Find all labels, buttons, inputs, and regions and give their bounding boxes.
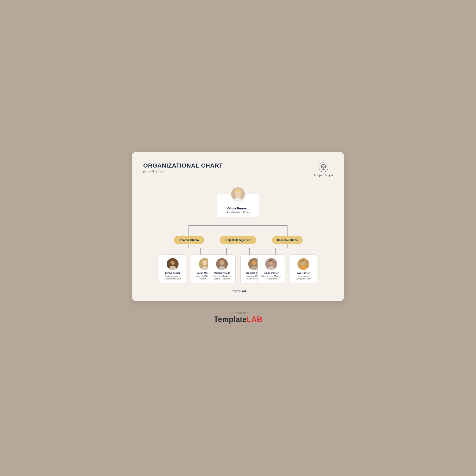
cr-staff: Emily Parker Client Services Manager for… [256,255,318,283]
ceo-avatar [231,187,245,202]
page-wrapper: ORGANIZATIONAL CHART for small business [132,152,344,324]
footer-templatelab: TemplateLAB [143,290,333,293]
svg-point-6 [239,194,239,195]
svg-point-36 [252,261,256,265]
company-name: EcoSpace Designs [314,174,333,177]
pm-staff-connector [215,244,261,255]
ceo-name: Olivia Bennett [225,206,251,210]
dept-project-management: Project Management [220,236,256,244]
chart-title: ORGANIZATIONAL CHART [143,162,223,169]
project-management-column: Project Management [213,236,263,283]
alex-name: Alex Reynolds [211,272,233,274]
created-by-label: CREATED BY [214,312,262,314]
staff-alex-reynolds: Alex Reynolds Project Coordinator for Se… [208,255,236,283]
templatelab-brand: Template LAB [214,315,262,324]
creative-studio-column: Creative Studio [164,236,213,283]
dept-client-relations: Client Relations [272,236,303,244]
svg-point-7 [235,198,242,201]
org-chart-card: ORGANIZATIONAL CHART for small business [132,152,344,301]
client-relations-column: Client Relations [263,236,312,283]
emily-avatar [265,258,277,270]
created-by-section: CREATED BY Template LAB [214,312,262,324]
alex-title: Project Coordinator for Seamless Executi… [211,275,233,280]
staff-emily-parker: Emily Parker Client Services Manager for… [257,255,285,283]
brand-lab-text: LAB [247,315,262,324]
ecospace-logo-icon [318,162,329,172]
svg-point-24 [203,261,207,265]
org-chart: Olivia Bennett CEO of EcoSpace Designs [143,185,333,283]
ceo-node: Olivia Bennett CEO of EcoSpace Designs [217,194,259,217]
company-logo-area: EcoSpace Designs [314,162,333,177]
footer-lab-bold: LAB [240,290,246,293]
emily-name: Emily Parker [261,272,282,274]
ava-name: Ava Turner [293,272,314,274]
cr-staff-connector [264,244,311,255]
ethan-title: Design Manager for Aesthetic Innovation [162,275,183,280]
departments-row: Creative Studio [164,236,312,283]
brand-template-text: Template [214,315,246,324]
svg-point-5 [237,194,238,195]
header-left: ORGANIZATIONAL CHART for small business [143,162,223,173]
creative-studio-staff-connector [165,244,212,255]
ava-title: Client Comms Satisfaction Expert [293,275,314,280]
dept-creative-studio: Creative Studio [174,236,204,244]
ceo-node-inner: Olivia Bennett CEO of EcoSpace Designs [225,206,251,213]
svg-point-32 [220,261,224,265]
ava-avatar [297,258,309,270]
staff-ethan-turner: Ethan Turner Design Manager for Aestheti… [159,255,186,283]
ethan-name: Ethan Turner [162,272,183,274]
alex-avatar [216,258,228,270]
ceo-row: Olivia Bennett CEO of EcoSpace Designs [217,194,259,217]
chart-subtitle: for small business [143,170,223,173]
svg-point-48 [301,261,306,265]
staff-ava-turner: Ava Turner Client Comms Satisfaction Exp… [290,255,317,283]
card-header: ORGANIZATIONAL CHART for small business [143,162,333,177]
emily-title: Client Services Manager for Experiences [261,275,282,280]
ethan-avatar [167,258,179,270]
svg-point-44 [269,261,273,265]
ceo-title: CEO of EcoSpace Designs [225,210,251,213]
card-footer: TemplateLAB [143,290,333,293]
svg-point-20 [171,261,174,265]
svg-point-4 [235,192,241,198]
